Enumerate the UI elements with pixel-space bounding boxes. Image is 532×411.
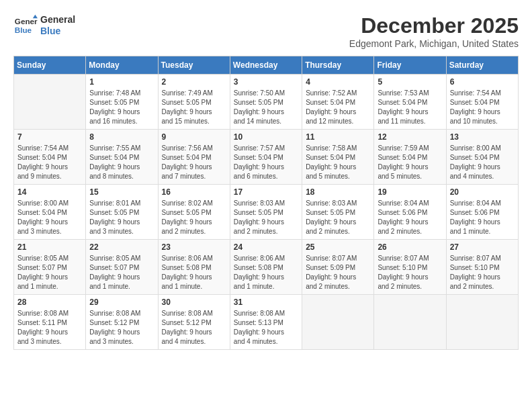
day-info: Sunrise: 7:54 AM Sunset: 5:04 PM Dayligh… <box>17 144 82 181</box>
day-number: 26 <box>378 242 442 252</box>
day-number: 3 <box>234 77 298 87</box>
week-row-2: 7Sunrise: 7:54 AM Sunset: 5:04 PM Daylig… <box>14 130 519 185</box>
calendar-cell: 5Sunrise: 7:53 AM Sunset: 5:04 PM Daylig… <box>374 75 446 130</box>
day-info: Sunrise: 8:06 AM Sunset: 5:08 PM Dayligh… <box>162 254 226 291</box>
calendar-cell: 31Sunrise: 8:08 AM Sunset: 5:13 PM Dayli… <box>230 295 302 350</box>
day-info: Sunrise: 7:48 AM Sunset: 5:05 PM Dayligh… <box>89 89 154 126</box>
logo-icon: General Blue <box>13 13 38 38</box>
header-tuesday: Tuesday <box>158 56 230 75</box>
day-info: Sunrise: 8:03 AM Sunset: 5:05 PM Dayligh… <box>234 199 298 236</box>
day-number: 27 <box>450 242 515 252</box>
day-number: 18 <box>306 187 370 197</box>
day-number: 11 <box>306 132 370 142</box>
day-number: 5 <box>378 77 442 87</box>
calendar-cell: 19Sunrise: 8:04 AM Sunset: 5:06 PM Dayli… <box>374 185 446 240</box>
calendar-cell: 16Sunrise: 8:02 AM Sunset: 5:05 PM Dayli… <box>158 185 230 240</box>
day-number: 20 <box>450 187 515 197</box>
logo-text: General Blue <box>40 14 75 37</box>
month-title: December 2025 <box>349 13 519 38</box>
day-number: 21 <box>17 242 82 252</box>
day-info: Sunrise: 8:08 AM Sunset: 5:13 PM Dayligh… <box>234 309 298 347</box>
day-number: 1 <box>89 77 154 87</box>
day-info: Sunrise: 7:52 AM Sunset: 5:04 PM Dayligh… <box>306 89 370 126</box>
day-number: 30 <box>162 298 226 307</box>
calendar-cell: 14Sunrise: 8:00 AM Sunset: 5:04 PM Dayli… <box>14 185 86 240</box>
day-info: Sunrise: 8:03 AM Sunset: 5:05 PM Dayligh… <box>306 199 370 236</box>
location-subtitle: Edgemont Park, Michigan, United States <box>349 38 519 49</box>
day-info: Sunrise: 8:07 AM Sunset: 5:10 PM Dayligh… <box>378 254 442 291</box>
day-info: Sunrise: 8:06 AM Sunset: 5:08 PM Dayligh… <box>234 254 298 291</box>
day-info: Sunrise: 8:05 AM Sunset: 5:07 PM Dayligh… <box>17 254 82 291</box>
day-number: 28 <box>17 298 82 307</box>
day-info: Sunrise: 8:08 AM Sunset: 5:12 PM Dayligh… <box>162 309 226 347</box>
day-info: Sunrise: 7:56 AM Sunset: 5:04 PM Dayligh… <box>162 144 226 181</box>
calendar-cell: 22Sunrise: 8:05 AM Sunset: 5:07 PM Dayli… <box>86 240 158 295</box>
header-monday: Monday <box>86 56 158 75</box>
day-number: 19 <box>378 187 442 197</box>
calendar-cell: 2Sunrise: 7:49 AM Sunset: 5:05 PM Daylig… <box>158 75 230 130</box>
day-info: Sunrise: 7:59 AM Sunset: 5:04 PM Dayligh… <box>378 144 442 181</box>
day-number: 13 <box>450 132 515 142</box>
day-info: Sunrise: 7:58 AM Sunset: 5:04 PM Dayligh… <box>306 144 370 181</box>
logo: General Blue General Blue <box>13 13 75 38</box>
header-wednesday: Wednesday <box>230 56 302 75</box>
day-number: 14 <box>17 187 82 197</box>
day-number: 2 <box>162 77 226 87</box>
calendar-cell: 6Sunrise: 7:54 AM Sunset: 5:04 PM Daylig… <box>446 75 518 130</box>
header-saturday: Saturday <box>446 56 518 75</box>
calendar-cell: 13Sunrise: 8:00 AM Sunset: 5:04 PM Dayli… <box>446 130 518 185</box>
calendar-cell: 3Sunrise: 7:50 AM Sunset: 5:05 PM Daylig… <box>230 75 302 130</box>
day-number: 31 <box>234 298 298 307</box>
day-info: Sunrise: 8:02 AM Sunset: 5:05 PM Dayligh… <box>162 199 226 236</box>
day-number: 16 <box>162 187 226 197</box>
day-info: Sunrise: 7:50 AM Sunset: 5:05 PM Dayligh… <box>234 89 298 126</box>
day-info: Sunrise: 7:55 AM Sunset: 5:04 PM Dayligh… <box>89 144 154 181</box>
header-sunday: Sunday <box>14 56 86 75</box>
calendar-cell: 26Sunrise: 8:07 AM Sunset: 5:10 PM Dayli… <box>374 240 446 295</box>
calendar-cell: 4Sunrise: 7:52 AM Sunset: 5:04 PM Daylig… <box>302 75 374 130</box>
calendar-cell: 20Sunrise: 8:04 AM Sunset: 5:06 PM Dayli… <box>446 185 518 240</box>
day-info: Sunrise: 8:07 AM Sunset: 5:10 PM Dayligh… <box>450 254 515 291</box>
calendar-cell: 9Sunrise: 7:56 AM Sunset: 5:04 PM Daylig… <box>158 130 230 185</box>
day-number: 15 <box>89 187 154 197</box>
calendar-header-row: SundayMondayTuesdayWednesdayThursdayFrid… <box>14 56 519 75</box>
day-number: 12 <box>378 132 442 142</box>
day-number: 25 <box>306 242 370 252</box>
day-info: Sunrise: 8:00 AM Sunset: 5:04 PM Dayligh… <box>450 144 515 181</box>
calendar-cell: 29Sunrise: 8:08 AM Sunset: 5:12 PM Dayli… <box>86 295 158 350</box>
calendar-cell: 15Sunrise: 8:01 AM Sunset: 5:05 PM Dayli… <box>86 185 158 240</box>
day-info: Sunrise: 8:08 AM Sunset: 5:11 PM Dayligh… <box>17 309 82 347</box>
day-number: 4 <box>306 77 370 87</box>
day-number: 17 <box>234 187 298 197</box>
day-info: Sunrise: 8:01 AM Sunset: 5:05 PM Dayligh… <box>89 199 154 236</box>
day-number: 29 <box>89 298 154 307</box>
day-number: 8 <box>89 132 154 142</box>
day-number: 9 <box>162 132 226 142</box>
title-block: December 2025 Edgemont Park, Michigan, U… <box>349 13 519 49</box>
week-row-5: 28Sunrise: 8:08 AM Sunset: 5:11 PM Dayli… <box>14 295 519 350</box>
day-info: Sunrise: 8:04 AM Sunset: 5:06 PM Dayligh… <box>378 199 442 236</box>
day-number: 10 <box>234 132 298 142</box>
calendar-cell: 25Sunrise: 8:07 AM Sunset: 5:09 PM Dayli… <box>302 240 374 295</box>
calendar-cell: 17Sunrise: 8:03 AM Sunset: 5:05 PM Dayli… <box>230 185 302 240</box>
day-info: Sunrise: 8:04 AM Sunset: 5:06 PM Dayligh… <box>450 199 515 236</box>
week-row-1: 1Sunrise: 7:48 AM Sunset: 5:05 PM Daylig… <box>14 75 519 130</box>
day-info: Sunrise: 8:07 AM Sunset: 5:09 PM Dayligh… <box>306 254 370 291</box>
calendar-table: SundayMondayTuesdayWednesdayThursdayFrid… <box>13 56 519 350</box>
calendar-cell: 11Sunrise: 7:58 AM Sunset: 5:04 PM Dayli… <box>302 130 374 185</box>
day-info: Sunrise: 7:54 AM Sunset: 5:04 PM Dayligh… <box>450 89 515 126</box>
week-row-3: 14Sunrise: 8:00 AM Sunset: 5:04 PM Dayli… <box>14 185 519 240</box>
day-info: Sunrise: 8:05 AM Sunset: 5:07 PM Dayligh… <box>89 254 154 291</box>
calendar-cell <box>374 295 446 350</box>
calendar-cell: 23Sunrise: 8:06 AM Sunset: 5:08 PM Dayli… <box>158 240 230 295</box>
calendar-cell: 10Sunrise: 7:57 AM Sunset: 5:04 PM Dayli… <box>230 130 302 185</box>
header-thursday: Thursday <box>302 56 374 75</box>
day-number: 7 <box>17 132 82 142</box>
calendar-cell: 21Sunrise: 8:05 AM Sunset: 5:07 PM Dayli… <box>14 240 86 295</box>
calendar-cell: 7Sunrise: 7:54 AM Sunset: 5:04 PM Daylig… <box>14 130 86 185</box>
week-row-4: 21Sunrise: 8:05 AM Sunset: 5:07 PM Dayli… <box>14 240 519 295</box>
calendar-cell <box>14 75 86 130</box>
calendar-cell: 12Sunrise: 7:59 AM Sunset: 5:04 PM Dayli… <box>374 130 446 185</box>
day-number: 22 <box>89 242 154 252</box>
calendar-cell <box>446 295 518 350</box>
